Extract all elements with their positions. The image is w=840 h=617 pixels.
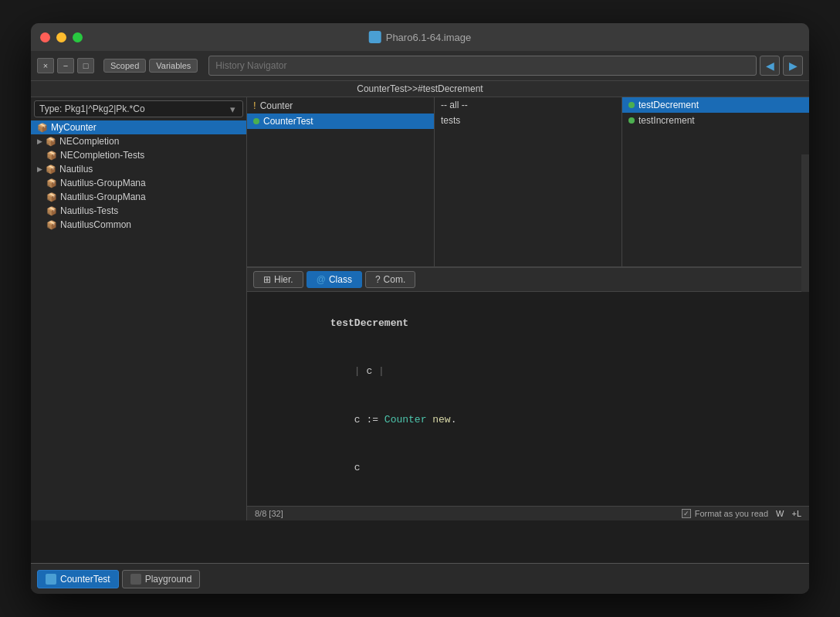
forward-arrow[interactable]: ▶	[783, 56, 803, 76]
list-item[interactable]: 📦 MyCounter	[31, 120, 246, 134]
class-list: ! Counter CounterTest	[247, 97, 435, 266]
inner-minimize-button[interactable]: −	[57, 58, 74, 73]
code-line: c := Counter new.	[258, 396, 798, 444]
playground-icon	[130, 574, 141, 585]
pkg-icon: 📦	[46, 220, 57, 230]
cursor-position: 8/8 [32]	[255, 509, 674, 518]
window-title: Pharo6.1-64.image	[369, 31, 472, 43]
list-item[interactable]: ▶ 📦 Nautilus	[31, 162, 246, 176]
list-item[interactable]: testIncrement	[622, 113, 809, 128]
list-item[interactable]: 📦 NautilusCommon	[31, 218, 246, 232]
tab-bar: ⊞ Hier. @ Class ? Com.	[247, 267, 809, 292]
pkg-scrollbar[interactable]	[801, 154, 809, 300]
type-filter-arrow[interactable]: ▾	[227, 103, 239, 115]
taskbar: CounterTest Playground	[31, 563, 809, 594]
back-arrow[interactable]: ◀	[760, 56, 780, 76]
code-editor[interactable]: testDecrement | c | c := Counter new. c …	[247, 292, 809, 506]
code-line: c	[258, 444, 798, 492]
pharo-icon	[369, 31, 381, 43]
pkg-icon: 📦	[46, 137, 56, 147]
format-label: Format as you read	[695, 509, 768, 518]
class-icon: @	[317, 274, 326, 285]
format-checkbox[interactable]: ✓	[682, 509, 691, 518]
list-item[interactable]: 📦 NECompletion-Tests	[31, 148, 246, 162]
variables-button[interactable]: Variables	[149, 59, 198, 73]
pkg-icon: 📦	[46, 178, 57, 188]
traffic-lights	[40, 32, 83, 42]
status-bar: 8/8 [32] ✓ Format as you read W +L	[247, 506, 809, 520]
history-nav: ◀ ▶	[208, 56, 803, 76]
browser-columns: ! Counter CounterTest -- all --	[247, 97, 809, 267]
inner-close-button[interactable]: ×	[37, 58, 54, 73]
pkg-arrow: ▶	[37, 165, 42, 173]
tab-com[interactable]: ? Com.	[365, 271, 415, 288]
pkg-icon: 📦	[46, 151, 57, 161]
maximize-button[interactable]	[73, 32, 83, 42]
category-list: -- all -- tests	[435, 97, 622, 266]
list-item[interactable]: -- all --	[435, 97, 622, 113]
format-check: ✓ Format as you read	[682, 509, 768, 518]
main-browser: ▾ 📦 MyCounter ▶ 📦 NECompletion 📦 NECompl	[31, 97, 809, 520]
window-controls: × − □	[37, 58, 94, 73]
playground-task[interactable]: Playground	[122, 570, 201, 588]
plus-l-button[interactable]: +L	[791, 509, 801, 518]
pkg-arrow: ▶	[37, 137, 42, 145]
pkg-icon: 📦	[46, 192, 57, 202]
w-button[interactable]: W	[776, 509, 784, 518]
countertest-task[interactable]: CounterTest	[37, 570, 119, 588]
list-item[interactable]: tests	[435, 113, 622, 128]
browser-title: CounterTest>>#testDecrement	[31, 81, 809, 97]
method-list: testDecrement testIncrement	[622, 97, 809, 266]
tab-hier[interactable]: ⊞ Hier.	[253, 271, 303, 288]
pkg-icon: 📦	[37, 123, 48, 133]
minimize-button[interactable]	[56, 32, 66, 42]
list-item[interactable]: 📦 Nautilus-GroupMana	[31, 176, 246, 190]
warning-icon: !	[253, 100, 256, 111]
tab-class[interactable]: @ Class	[307, 271, 362, 288]
pkg-icon: 📦	[46, 164, 56, 175]
package-list: 📦 MyCounter ▶ 📦 NECompletion 📦 NEComplet…	[31, 120, 246, 520]
list-item[interactable]: 📦 Nautilus-GroupMana	[31, 190, 246, 204]
code-line: | c |	[258, 347, 798, 395]
pkg-icon: 📦	[46, 206, 57, 216]
list-item[interactable]: ! Counter	[247, 97, 434, 114]
code-line: testDecrement	[258, 300, 798, 347]
green-dot	[628, 102, 635, 108]
code-line: count: 2;	[258, 493, 798, 506]
type-filter: ▾	[34, 100, 243, 117]
inner-maximize-button[interactable]: □	[77, 58, 94, 73]
title-bar: Pharo6.1-64.image	[31, 23, 809, 51]
list-item[interactable]: testDecrement	[622, 97, 809, 113]
history-dropdown[interactable]	[208, 56, 757, 76]
list-item[interactable]: CounterTest	[247, 114, 434, 129]
countertest-icon	[46, 574, 56, 585]
green-dot	[253, 118, 259, 124]
green-dot	[628, 117, 635, 124]
right-panels: ! Counter CounterTest -- all --	[247, 97, 809, 520]
list-item[interactable]: 📦 Nautilus-Tests	[31, 204, 246, 218]
com-icon: ?	[375, 274, 381, 285]
close-button[interactable]	[40, 32, 50, 42]
scoped-button[interactable]: Scoped	[103, 59, 146, 73]
list-item[interactable]: ▶ 📦 NECompletion	[31, 134, 246, 148]
package-panel: ▾ 📦 MyCounter ▶ 📦 NECompletion 📦 NECompl	[31, 97, 247, 520]
type-filter-input[interactable]	[35, 101, 227, 117]
empty-area	[31, 520, 809, 563]
hier-icon: ⊞	[263, 274, 271, 285]
browser-toolbar: × − □ Scoped Variables ◀ ▶	[31, 51, 809, 81]
